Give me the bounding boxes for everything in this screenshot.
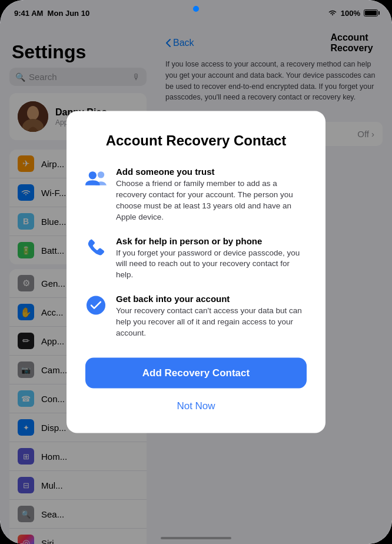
feature-item-trust: Add someone you trust Choose a friend or… <box>85 167 307 223</box>
feature-text-trust: Add someone you trust Choose a friend or… <box>116 167 307 223</box>
modal-title: Account Recovery Contact <box>106 132 287 149</box>
battery-percent: 100% <box>341 9 360 18</box>
feature-icon-people <box>85 168 107 189</box>
feature-icon-check <box>85 295 107 316</box>
status-time: 9:41 AM Mon Jun 10 <box>14 9 89 18</box>
modal-sheet: Account Recovery Contact Add someone you… <box>67 111 325 433</box>
feature-list: Add someone you trust Choose a friend or… <box>85 167 307 339</box>
feature-title-access: Get back into your account <box>116 294 307 304</box>
facetime-indicator <box>193 6 199 12</box>
not-now-button[interactable]: Not Now <box>172 395 220 416</box>
feature-desc-help: If you forget your password or device pa… <box>116 247 307 281</box>
feature-icon-phone <box>85 237 107 258</box>
battery-icon <box>364 9 378 16</box>
feature-desc-trust: Choose a friend or family member to add … <box>116 178 307 223</box>
feature-desc-access: Your recovery contact can't access your … <box>116 306 307 339</box>
feature-title-trust: Add someone you trust <box>116 167 307 177</box>
feature-text-access: Get back into your account Your recovery… <box>116 294 307 339</box>
checkmark-icon <box>91 301 101 310</box>
status-icons: 100% <box>328 9 378 18</box>
feature-text-help: Ask for help in person or by phone If yo… <box>116 235 307 281</box>
svg-point-5 <box>98 171 104 178</box>
status-bar: 9:41 AM Mon Jun 10 100% <box>0 0 392 26</box>
feature-item-access: Get back into your account Your recovery… <box>85 294 307 339</box>
ipad-frame: 9:41 AM Mon Jun 10 100% Sett <box>0 0 392 544</box>
checkmark-circle-icon <box>87 296 105 315</box>
svg-point-4 <box>89 171 97 179</box>
wifi-icon <box>328 9 337 16</box>
feature-item-help: Ask for help in person or by phone If yo… <box>85 235 307 281</box>
people-icon <box>85 170 107 187</box>
feature-title-help: Ask for help in person or by phone <box>116 235 307 246</box>
add-recovery-contact-button[interactable]: Add Recovery Contact <box>85 357 307 388</box>
phone-icon <box>88 238 104 256</box>
screen: 9:41 AM Mon Jun 10 100% Sett <box>0 0 392 544</box>
